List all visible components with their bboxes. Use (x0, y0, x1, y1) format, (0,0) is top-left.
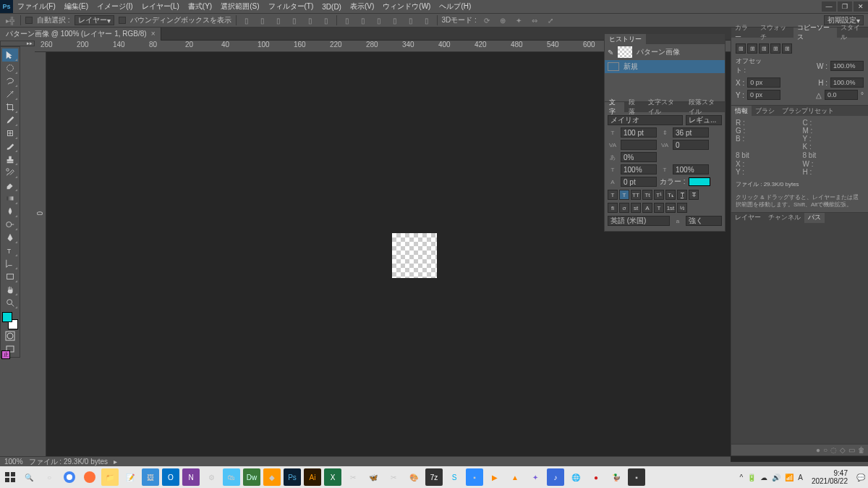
dodge-tool[interactable] (2, 218, 18, 231)
photos-icon[interactable]: 🖼 (142, 468, 159, 486)
toolbox-collapse[interactable]: ▸▸ (0, 41, 35, 46)
skype-icon[interactable]: S (446, 468, 463, 486)
notepad-icon[interactable]: 📝 (122, 468, 139, 486)
distribute-5-icon[interactable]: ▯ (405, 14, 417, 26)
status-file[interactable]: ファイル : 29.3K/0 bytes (29, 457, 109, 467)
paths-body[interactable] (731, 223, 868, 444)
clone-src-5[interactable]: ⊞ (782, 43, 792, 54)
distribute-3-icon[interactable]: ▯ (373, 14, 385, 26)
mode3d-2-icon[interactable]: ⊕ (497, 14, 509, 26)
7zip-icon[interactable]: 7z (425, 468, 443, 486)
mode3d-4-icon[interactable]: ⇔ (529, 14, 540, 26)
superscript-button[interactable]: T¹ (654, 190, 664, 200)
stamp-tool[interactable] (2, 153, 18, 166)
tray-chevron-icon[interactable]: ^ (740, 474, 744, 481)
store-icon[interactable]: 🛍 (223, 468, 240, 486)
vscale-field[interactable]: 100% (621, 164, 657, 174)
path-fill-icon[interactable]: ● (816, 446, 820, 454)
crop-tool[interactable] (2, 101, 18, 114)
italic-button[interactable]: T (619, 190, 629, 200)
align-center-v-icon[interactable]: ▯ (305, 14, 316, 26)
align-top-icon[interactable]: ▯ (289, 14, 300, 26)
lasso-tool[interactable] (2, 75, 18, 88)
align-left-icon[interactable]: ▯ (241, 14, 252, 26)
autoselect-target-dropdown[interactable]: レイヤー ▾ (75, 15, 114, 25)
paragraph-tab[interactable]: 段落 (624, 102, 644, 112)
duck-icon[interactable]: 🦆 (608, 468, 625, 486)
antialias-dropdown[interactable]: 強く (686, 216, 722, 226)
menu-filter[interactable]: フィルター(T) (264, 1, 318, 12)
font-style-dropdown[interactable]: レギュ... (686, 115, 722, 125)
vertical-ruler[interactable]: 0 (35, 52, 46, 462)
distribute-4-icon[interactable]: ▯ (389, 14, 401, 26)
menu-layer[interactable]: レイヤー(L) (137, 1, 184, 12)
onenote-icon[interactable]: N (182, 468, 200, 486)
brush-tab[interactable]: ブラシ (752, 106, 778, 116)
blur-tool[interactable] (2, 205, 18, 218)
text-color-chip[interactable] (689, 177, 710, 186)
angle-field[interactable]: 0.0 (825, 90, 858, 100)
menu-select[interactable]: 選択範囲(S) (216, 1, 263, 12)
path-stroke-icon[interactable]: ○ (823, 446, 827, 454)
marquee-tool[interactable] (2, 62, 18, 75)
scissors-icon[interactable]: ✂ (385, 468, 402, 486)
styles-tab[interactable]: スタイル (837, 28, 868, 38)
status-arrow-icon[interactable]: ▸ (114, 458, 117, 466)
chrome-icon[interactable] (61, 468, 78, 486)
strikethrough-button[interactable]: T̶ (689, 190, 699, 200)
hand-tool[interactable] (2, 283, 18, 296)
x-field[interactable]: 0 px (747, 77, 780, 88)
move-tool-icon[interactable]: ▸╬ (4, 14, 16, 26)
tray-wifi-icon[interactable]: 📶 (785, 474, 793, 481)
foreground-swatch[interactable] (2, 312, 12, 322)
search-icon[interactable]: 🔍 (20, 468, 38, 486)
vlc-icon[interactable]: ▲ (506, 468, 524, 486)
menu-file[interactable]: ファイル(F) (13, 1, 60, 12)
cortana-icon[interactable]: ○ (41, 468, 58, 486)
quick-mask-toggle[interactable] (2, 329, 18, 342)
wand-tool[interactable] (2, 88, 18, 101)
bbox-checkbox[interactable] (119, 17, 126, 24)
dreamweaver-icon[interactable]: Dw (243, 468, 260, 486)
underline-button[interactable]: T̲ (677, 190, 687, 200)
baseline-field[interactable]: 0 pt (621, 177, 657, 187)
mode3d-1-icon[interactable]: ⟳ (481, 14, 493, 26)
close-button[interactable]: ✕ (854, 1, 868, 12)
smallcaps-button[interactable]: Tt (642, 190, 652, 200)
swatches-tab[interactable]: スウォッチ (757, 28, 793, 38)
ot-7[interactable]: ½ (677, 203, 687, 213)
tray-cloud-icon[interactable]: ☁ (760, 474, 767, 481)
edit-indicator[interactable]: 止 (1, 350, 10, 359)
language-dropdown[interactable]: 英語 (米国) (608, 216, 670, 226)
shape-tool[interactable] (2, 270, 18, 283)
allcaps-button[interactable]: TT (631, 190, 641, 200)
tray-battery-icon[interactable]: 🔋 (747, 474, 756, 481)
ot-5[interactable]: T (654, 203, 664, 213)
menu-type[interactable]: 書式(Y) (184, 1, 216, 12)
firefox-icon[interactable] (81, 468, 98, 486)
maximize-button[interactable]: ❐ (838, 1, 852, 12)
pen-tool[interactable] (2, 231, 18, 244)
menu-edit[interactable]: 編集(E) (60, 1, 93, 12)
start-button[interactable] (3, 470, 17, 484)
explorer-icon[interactable]: 📁 (101, 468, 119, 486)
autoselect-checkbox[interactable] (25, 17, 33, 24)
bird-icon[interactable]: ✦ (527, 468, 544, 486)
tray-volume-icon[interactable]: 🔊 (772, 474, 780, 481)
path-tool[interactable] (2, 257, 18, 270)
clone-src-2[interactable]: ⊞ (747, 43, 757, 54)
close-tab-icon[interactable]: × (151, 30, 156, 38)
align-center-h-icon[interactable]: ▯ (257, 14, 268, 26)
eyedropper-tool[interactable] (2, 114, 18, 127)
photoshop-icon[interactable]: Ps (284, 468, 301, 486)
zoom-icon[interactable]: ▪ (466, 468, 483, 486)
paths-tab[interactable]: パス (804, 213, 825, 223)
menu-window[interactable]: ウィンドウ(W) (378, 1, 435, 12)
ot-2[interactable]: σ (619, 203, 629, 213)
taskbar-clock[interactable]: 9:47 2021/08/22 (807, 469, 852, 485)
path-make-icon[interactable]: ◇ (840, 446, 846, 454)
char-tab[interactable]: 文字 (605, 102, 624, 112)
music-icon[interactable]: ♪ (547, 468, 564, 486)
illustrator-icon[interactable]: Ai (304, 468, 321, 486)
path-delete-icon[interactable]: 🗑 (858, 446, 865, 454)
